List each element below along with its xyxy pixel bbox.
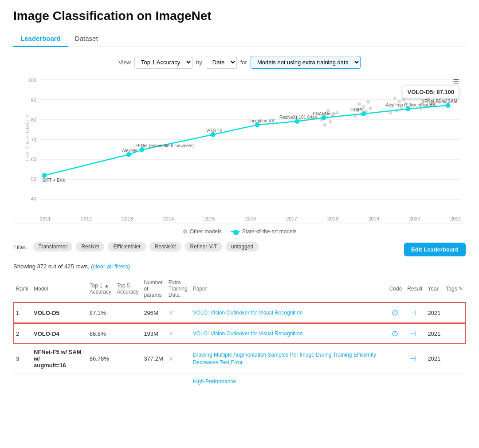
chart-area: ☰ VOLO-D5: 87.100 [40,78,461,201]
svg-point-18 [366,100,370,104]
filter-tag-resnet[interactable]: ResNet [76,242,104,252]
cell-model [31,373,87,390]
cell-year: 2021 [425,344,443,373]
filter-tag-efficientnet[interactable]: EfficientNet [108,242,145,252]
svg-point-44 [42,173,47,178]
chart-menu-icon[interactable]: ☰ [453,78,459,86]
cell-tags [443,344,466,373]
chart-legend: Other models State-of-the-art models [13,228,466,235]
cell-paper: Drawing Multiple Augmentation Samples Pe… [190,344,387,373]
result-icon[interactable]: ⊣ [407,353,419,365]
col-model: Model [31,276,87,302]
result-icon[interactable]: ⊣ [407,307,419,318]
cell-top5 [114,323,141,344]
col-tags: Tags ✎ [443,276,466,302]
filter-tag-refiner[interactable]: Refiner-ViT [185,242,222,252]
leaderboard-table: Rank Model Top 1 ▲Accuracy Top 5Accuracy… [13,276,466,390]
edit-leaderboard-button[interactable]: Edit Leaderboard [404,243,466,256]
tab-dataset[interactable]: Dataset [68,31,105,47]
cell-model: NFNet-F5 w/ SAM w/augmult=16 [31,344,87,373]
cell-top5 [114,344,141,373]
svg-point-51 [361,112,366,116]
cell-extra: ✕ [166,344,190,373]
cell-result [404,373,425,390]
cell-extra: ✕ [166,323,190,344]
tab-leaderboard[interactable]: Leaderboard [13,31,68,47]
cell-result[interactable]: ⊣ [404,344,425,373]
filter-tag-resnext[interactable]: ResNeXt [149,242,181,252]
page-title: Image Classification on ImageNet [13,9,466,23]
svg-point-12 [329,120,332,124]
col-year: Year [425,276,443,302]
cell-rank: 2 [13,323,31,344]
cell-params: 377.2M [141,344,165,373]
cell-code[interactable]: ⊙ [387,302,405,323]
cell-rank: 3 [13,344,31,373]
cell-rank: 1 [13,302,31,323]
cell-extra: ✕ [166,302,190,323]
svg-point-45 [126,153,131,157]
svg-point-46 [140,148,144,152]
svg-point-50 [322,116,326,120]
chart-controls: View Top 1 Accuracy Top 5 Accuracy by Da… [13,56,466,69]
table-row: High-Performance [13,373,466,390]
svg-text:PNASNet-5: PNASNet-5 [313,111,336,116]
legend-sota-label: State-of-the-art models [242,228,297,235]
cell-paper: High-Performance [190,373,387,390]
col-code: Code [387,276,405,302]
filter-edit-row: Filter: Transformer ResNet EfficientNet … [13,242,466,257]
cell-params: 296M [141,302,165,323]
cell-tags [443,373,466,390]
cell-code [387,373,405,390]
chart-yaxis: 100 90 80 70 60 50 40 [13,78,40,201]
svg-point-19 [369,107,372,110]
table-row: 1 VOLO-D5 87.1% 296M ✕ VOLO: Vision Outl… [13,302,466,323]
svg-text:ResNeXt-101 64x4: ResNeXt-101 64x4 [279,115,317,120]
chart-svg: SIFT + EVs AlexNet ZFNet (ensemble 6 con… [40,78,461,201]
cell-params: 193M [141,323,165,344]
cell-code [387,344,405,373]
legend-other-label: Other models [190,228,222,235]
cell-params [141,373,165,390]
table-header-row: Rank Model Top 1 ▲Accuracy Top 5Accuracy… [13,276,466,302]
svg-text:GPIPE: GPIPE [350,107,364,112]
view-label: View [118,59,131,66]
col-top5: Top 5Accuracy [114,276,141,302]
svg-point-13 [335,111,339,115]
github-icon[interactable]: ⊙ [389,328,401,339]
col-top1[interactable]: Top 1 ▲Accuracy [87,276,114,302]
filter-tag-transformer[interactable]: Transformer [33,242,73,252]
cell-year [425,373,443,390]
showing-text: Showing 372 out of 425 rows. (clear all … [13,263,466,270]
filter-tag-untagged[interactable]: untagged [226,242,259,252]
table-row: 2 VOLO-D4 86.8% 193M ✕ VOLO: Vision Outl… [13,323,466,344]
result-icon[interactable]: ⊣ [407,328,419,339]
cell-result[interactable]: ⊣ [404,323,425,344]
svg-text:NFNet-F6 w/ SAM: NFNet-F6 w/ SAM [421,99,457,104]
by-select[interactable]: Date Year [206,56,237,69]
cell-top1: 86.8% [87,323,114,344]
cell-year: 2021 [425,323,443,344]
legend-other: Other models [183,228,222,235]
svg-point-15 [357,102,361,106]
svg-text:AlexNet: AlexNet [122,148,137,153]
cell-top5 [114,373,141,390]
cell-paper: VOLO: Vision Outlooker for Visual Recogn… [190,302,387,323]
cell-top1: 86.78% [87,344,114,373]
by-label: by [196,59,202,66]
svg-text:Inception V3: Inception V3 [249,118,274,123]
table-row: 3 NFNet-F5 w/ SAM w/augmult=16 86.78% 37… [13,344,466,373]
svg-text:ZFNet (ensemble 6 convnets): ZFNet (ensemble 6 convnets) [135,143,194,148]
github-icon[interactable]: ⊙ [389,307,401,318]
svg-text:SIFT + EVs: SIFT + EVs [42,178,65,183]
legend-sota-line [231,231,240,232]
cell-code[interactable]: ⊙ [387,323,405,344]
cell-result[interactable]: ⊣ [404,302,425,323]
for-select[interactable]: Models not using extra training data All… [251,56,361,69]
chart-container: TOP 1 ACCURACY 100 90 80 70 60 50 40 ☰ V… [13,73,466,224]
svg-point-14 [323,123,326,127]
view-select[interactable]: Top 1 Accuracy Top 5 Accuracy [134,56,192,69]
cell-tags [443,302,466,323]
clear-filters-link[interactable]: (clear all filters) [91,263,130,270]
svg-point-53 [446,103,450,108]
